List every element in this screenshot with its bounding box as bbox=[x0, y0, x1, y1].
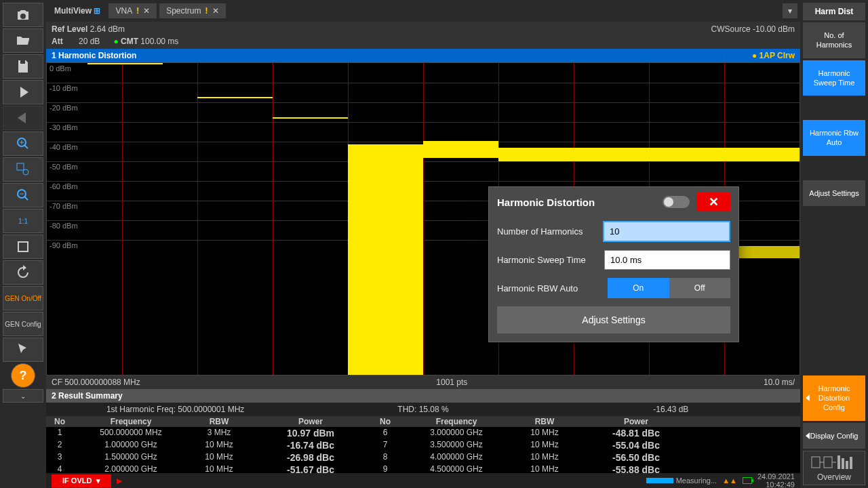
zoom-out-icon[interactable] bbox=[3, 183, 43, 207]
expand-icon[interactable]: ⌄ bbox=[3, 389, 43, 403]
svg-point-2 bbox=[23, 169, 28, 175]
save-icon[interactable] bbox=[3, 54, 43, 79]
table-row: 31.500000 GHz10 MHz-26.98 dBc84.000000 G… bbox=[46, 451, 800, 464]
ratio-icon[interactable]: 1:1 bbox=[3, 209, 43, 233]
warning-icon: ! bbox=[205, 6, 208, 16]
select-icon[interactable] bbox=[3, 235, 43, 259]
info-bar-2: Att 20 dB ● CMT 100.00 ms bbox=[46, 37, 800, 49]
rbw-auto-toggle[interactable]: On Off bbox=[608, 278, 730, 298]
y-label: -40 dBm bbox=[50, 143, 78, 151]
status-bar: IF OVLD ▾ ▶ Measuring... ▲▲ 24.09.202110… bbox=[46, 473, 800, 488]
status-arrow-icon: ▶ bbox=[117, 476, 122, 485]
y-label: -80 dBm bbox=[50, 222, 78, 230]
zoom-select-icon[interactable] bbox=[3, 157, 43, 182]
gen-onoff-button[interactable]: GEN On/Off bbox=[3, 286, 43, 310]
network-icon: ▲▲ bbox=[722, 476, 737, 485]
result-header: 1st Harmonic Freq: 500.0000001 MHz THD: … bbox=[46, 403, 800, 416]
gen-config-button[interactable]: GEN Config bbox=[3, 312, 43, 336]
panel-heading: Harm Dist bbox=[803, 3, 865, 20]
cmt: ● CMT 100.00 ms bbox=[113, 37, 178, 46]
tab-vna[interactable]: VNA!✕ bbox=[108, 3, 157, 18]
rbw-auto-button[interactable]: Harmonic Rbw Auto bbox=[803, 120, 865, 156]
table-row: 21.000000 GHz10 MHz-16.74 dBc73.500000 G… bbox=[46, 439, 800, 451]
display-config-button[interactable]: Display Config bbox=[803, 423, 865, 449]
zoom-in-icon[interactable] bbox=[3, 131, 43, 156]
overview-label: Overview bbox=[806, 472, 862, 482]
harm-dist-config-button[interactable]: Harmonic Distortion Config bbox=[803, 375, 865, 421]
y-label: -30 dBm bbox=[50, 123, 78, 131]
svg-rect-6 bbox=[824, 457, 832, 468]
y-label: -70 dBm bbox=[50, 202, 78, 210]
y-label: -10 dBm bbox=[50, 84, 78, 92]
num-harmonics-label: Number of Harmonics bbox=[497, 226, 597, 237]
measuring-indicator: Measuring... bbox=[646, 476, 717, 485]
folder-open-icon[interactable] bbox=[3, 28, 43, 53]
battery-icon bbox=[743, 477, 752, 484]
sweep-time-label: Harmonic Sweep Time bbox=[497, 255, 599, 265]
trace-indicator: ● 1AP Clrw bbox=[752, 51, 795, 60]
rbw-on-option[interactable]: On bbox=[608, 278, 669, 298]
sweep-time-button[interactable]: Harmonic Sweep Time bbox=[803, 60, 865, 96]
dialog-close-button[interactable]: ✕ bbox=[696, 192, 730, 211]
att: Att 20 dB bbox=[52, 37, 100, 46]
info-bar: Ref Level 2.64 dBm CWSource -10.00 dBm bbox=[46, 22, 800, 37]
close-icon[interactable]: ✕ bbox=[212, 6, 219, 16]
y-label: -50 dBm bbox=[50, 163, 78, 171]
num-harmonics-input[interactable] bbox=[603, 221, 730, 242]
harmonic-distortion-dialog: Harmonic Distortion ✕ Number of Harmonic… bbox=[488, 186, 739, 342]
svg-rect-9 bbox=[846, 461, 848, 469]
result-title: 2 Result Summary bbox=[46, 389, 800, 403]
left-toolbar: 1:1 GEN On/Off GEN Config ? ⌄ bbox=[0, 0, 46, 488]
right-panel: Harm Dist No. of Harmonics Harmonic Swee… bbox=[800, 0, 868, 488]
datetime: 24.09.202110:42:49 bbox=[757, 472, 795, 488]
ref-level: Ref Level 2.64 dBm bbox=[52, 24, 125, 34]
pointer-icon[interactable] bbox=[3, 338, 43, 362]
help-icon[interactable]: ? bbox=[11, 363, 35, 388]
svg-rect-10 bbox=[850, 457, 852, 469]
tab-bar: MultiView ⊞ VNA!✕ Spectrum!✕ ▾ bbox=[46, 0, 800, 22]
overview-button[interactable]: Overview bbox=[803, 451, 865, 485]
points: 1001 pts bbox=[436, 378, 467, 387]
panel-title: 1 Harmonic Distortion ● 1AP Clrw bbox=[46, 49, 800, 62]
svg-rect-4 bbox=[18, 242, 28, 251]
dialog-toggle-icon[interactable] bbox=[663, 196, 690, 208]
center-freq: CF 500.000000088 MHz bbox=[52, 378, 140, 387]
sweep-time: 10.0 ms/ bbox=[764, 378, 795, 387]
camera-icon[interactable] bbox=[3, 3, 43, 27]
multiview-label[interactable]: MultiView ⊞ bbox=[49, 6, 106, 16]
svg-rect-8 bbox=[842, 458, 844, 469]
adjust-settings-button[interactable]: Adjust Settings bbox=[803, 180, 865, 206]
undo-icon[interactable] bbox=[3, 80, 43, 104]
redo-icon[interactable] bbox=[3, 106, 43, 130]
svg-rect-5 bbox=[812, 457, 820, 468]
svg-rect-7 bbox=[837, 455, 840, 469]
sweep-time-input[interactable] bbox=[604, 250, 730, 270]
refresh-icon[interactable] bbox=[3, 260, 43, 285]
y-label: -60 dBm bbox=[50, 182, 78, 190]
num-harmonics-button[interactable]: No. of Harmonics bbox=[803, 22, 865, 58]
tab-dropdown[interactable]: ▾ bbox=[783, 3, 797, 18]
graph-footer: CF 500.000000088 MHz 1001 pts 10.0 ms/ bbox=[46, 375, 800, 389]
y-label: -20 dBm bbox=[50, 104, 78, 112]
if-ovld-badge: IF OVLD ▾ bbox=[52, 474, 111, 487]
table-row: 1500.000000 MHz3 MHz10.97 dBm63.000000 G… bbox=[46, 427, 800, 439]
tab-spectrum[interactable]: Spectrum!✕ bbox=[159, 3, 225, 18]
svg-rect-1 bbox=[17, 163, 24, 170]
table-header: NoFrequencyRBWPower NoFrequencyRBWPower bbox=[46, 416, 800, 427]
warning-icon: ! bbox=[136, 6, 139, 16]
dialog-title: Harmonic Distortion ✕ bbox=[489, 187, 738, 217]
dialog-adjust-button[interactable]: Adjust Settings bbox=[497, 306, 730, 333]
close-icon[interactable]: ✕ bbox=[143, 6, 150, 16]
rbw-auto-label: Harmonic RBW Auto bbox=[497, 283, 602, 293]
y-label: 0 dBm bbox=[50, 64, 71, 73]
y-label: -90 dBm bbox=[50, 241, 78, 249]
rbw-off-option[interactable]: Off bbox=[669, 278, 731, 298]
cw-source: CWSource -10.00 dBm bbox=[711, 24, 795, 34]
